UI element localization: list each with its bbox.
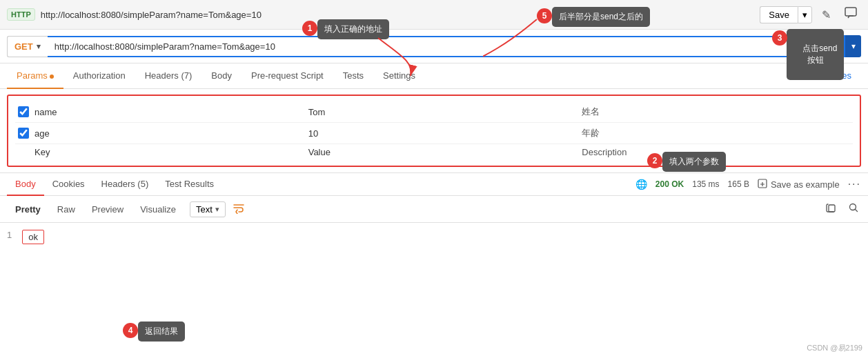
tab-body[interactable]: Body bbox=[201, 63, 241, 89]
badge-5: 5 bbox=[537, 8, 552, 23]
resp-tab-cookies[interactable]: Cookies bbox=[44, 173, 93, 196]
response-body: 1 ok bbox=[0, 223, 868, 251]
param-checkbox-age[interactable] bbox=[18, 128, 29, 139]
line-number: 1 bbox=[7, 230, 12, 240]
param-value-age: 10 bbox=[308, 128, 577, 139]
save-button[interactable]: Save bbox=[760, 6, 798, 23]
resp-action-icons bbox=[824, 200, 861, 218]
method-select[interactable]: GET ▾ bbox=[7, 36, 48, 57]
format-chevron-icon: ▾ bbox=[215, 205, 219, 214]
param-row-age: age 10 年龄 bbox=[15, 123, 853, 144]
resp-subtab-preview[interactable]: Preview bbox=[83, 201, 132, 218]
request-row: GET ▾ Send ▾ bbox=[0, 30, 868, 63]
resp-subtab-pretty[interactable]: Pretty bbox=[7, 201, 49, 218]
chevron-down-icon: ▾ bbox=[802, 10, 807, 20]
comment-icon bbox=[845, 10, 857, 21]
resp-subtabs: Pretty Raw Preview Visualize Text ▾ bbox=[0, 196, 868, 223]
send-dropdown-button[interactable]: ▾ bbox=[845, 35, 861, 57]
app-container: HTTP http://localhost:8080/simpleParam?n… bbox=[0, 0, 868, 356]
save-btn-group: Save ▾ bbox=[760, 6, 812, 23]
send-btn-group: Send ▾ bbox=[791, 35, 861, 57]
params-table: name Tom 姓名 age 10 年龄 Key Value Descript… bbox=[7, 95, 861, 167]
more-options-button[interactable]: ··· bbox=[848, 178, 861, 190]
format-select[interactable]: Text ▾ bbox=[190, 201, 226, 217]
send-button[interactable]: Send bbox=[791, 35, 845, 57]
tab-headers[interactable]: Headers (7) bbox=[135, 63, 202, 89]
edit-icon-button[interactable]: ✎ bbox=[818, 6, 835, 24]
wrap-icon[interactable] bbox=[233, 201, 245, 217]
badge-4: 4 bbox=[123, 323, 138, 338]
resp-tab-headers[interactable]: Headers (5) bbox=[93, 173, 157, 196]
globe-icon: 🌐 bbox=[635, 179, 647, 190]
tab-params[interactable]: Params bbox=[7, 63, 63, 89]
badge-1: 1 bbox=[302, 21, 317, 36]
send-chevron-icon: ▾ bbox=[851, 41, 856, 51]
method-chevron-icon: ▾ bbox=[37, 42, 41, 51]
badge-3: 3 bbox=[772, 30, 787, 46]
param-desc-name: 姓名 bbox=[582, 106, 850, 118]
response-time: 135 ms bbox=[692, 179, 719, 189]
tab-prerequest[interactable]: Pre-request Script bbox=[241, 63, 333, 89]
header-value-label: Value bbox=[308, 147, 577, 157]
top-url-text: http://localhost:8080/simpleParam?name=T… bbox=[41, 10, 755, 20]
resp-subtab-visualize[interactable]: Visualize bbox=[132, 201, 184, 218]
param-desc-age: 年龄 bbox=[582, 127, 850, 139]
tab-authorization[interactable]: Authorization bbox=[63, 63, 135, 89]
svg-rect-2 bbox=[829, 205, 835, 212]
resp-subtab-raw[interactable]: Raw bbox=[49, 201, 83, 218]
method-label: GET bbox=[14, 41, 33, 52]
response-tabs-row: Body Cookies Headers (5) Test Results 🌐 … bbox=[0, 173, 868, 196]
response-section: Body Cookies Headers (5) Test Results 🌐 … bbox=[0, 172, 868, 251]
response-size: 165 B bbox=[728, 179, 749, 189]
param-header-row: Key Value Description bbox=[15, 144, 853, 160]
param-checkbox-name[interactable] bbox=[18, 106, 29, 117]
tab-tests[interactable]: Tests bbox=[333, 63, 373, 89]
response-content-ok: ok bbox=[22, 230, 44, 244]
top-bar: HTTP http://localhost:8080/simpleParam?n… bbox=[0, 0, 868, 30]
params-dot bbox=[50, 75, 54, 79]
header-desc-label: Description bbox=[582, 147, 850, 157]
save-dropdown-button[interactable]: ▾ bbox=[798, 6, 812, 23]
annotation-4: 返回结果 bbox=[138, 322, 185, 342]
save-icon bbox=[758, 179, 767, 190]
tab-settings[interactable]: Settings bbox=[373, 63, 425, 89]
http-badge: HTTP bbox=[7, 8, 35, 21]
param-value-name: Tom bbox=[308, 107, 577, 117]
search-icon-button[interactable] bbox=[846, 200, 861, 218]
edit-icon: ✎ bbox=[822, 9, 831, 21]
copy-icon-button[interactable] bbox=[824, 200, 839, 218]
tab-cookies[interactable]: Cookies bbox=[809, 63, 861, 89]
request-tabs-row: Params Authorization Headers (7) Body Pr… bbox=[0, 63, 868, 89]
watermark: CSDN @易2199 bbox=[807, 343, 862, 353]
badge-2: 2 bbox=[647, 153, 662, 168]
resp-tab-test-results[interactable]: Test Results bbox=[157, 173, 222, 196]
param-key-name: name bbox=[34, 107, 303, 117]
status-ok-badge: 200 OK bbox=[655, 179, 684, 189]
comment-icon-button[interactable] bbox=[840, 4, 861, 25]
resp-tab-body[interactable]: Body bbox=[7, 173, 44, 196]
header-key-label: Key bbox=[34, 147, 303, 157]
url-input-wrapper bbox=[48, 36, 791, 57]
param-row-name: name Tom 姓名 bbox=[15, 101, 853, 123]
param-key-age: age bbox=[34, 128, 303, 139]
save-as-example-button[interactable]: Save as example bbox=[758, 179, 840, 190]
url-input[interactable] bbox=[55, 41, 785, 52]
resp-status-group: 🌐 200 OK 135 ms 165 B Save as example ··… bbox=[635, 178, 861, 190]
svg-rect-0 bbox=[845, 8, 856, 16]
